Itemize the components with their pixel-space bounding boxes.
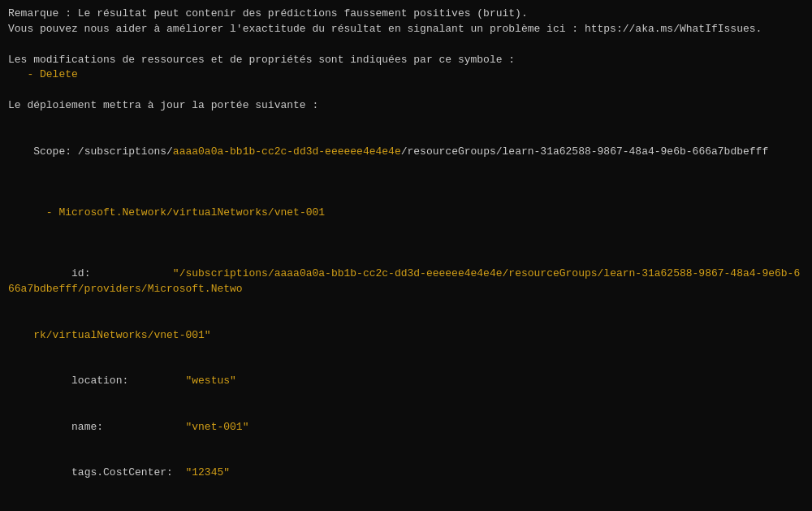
vnet-id-value2: rk/virtualNetworks/vnet-001" xyxy=(33,329,210,341)
vnet-location-key: location: xyxy=(33,375,185,387)
remark-line2: Vous pouvez nous aider à améliorer l'exa… xyxy=(8,22,804,37)
changes-notice: Les modifications de ressources et de pr… xyxy=(8,53,804,68)
vnet-tags-costcenter: tags.CostCenter: "12345" xyxy=(8,450,804,496)
blank-4 xyxy=(8,175,804,190)
terminal-window: Remarque : Le résultat peut contenir des… xyxy=(0,0,812,511)
vnet-tags-cc-value: "12345" xyxy=(185,466,230,479)
blank-2 xyxy=(8,83,804,98)
vnet-tags-owner: tags.Owner: "Team A" xyxy=(8,496,804,511)
delete-label: - Delete xyxy=(27,68,77,80)
deployment-scope-label: Le déploiement mettra à jour la portée s… xyxy=(8,98,804,114)
blank-5 xyxy=(8,236,804,252)
vnet-id-value1: "/subscriptions/aaaa0a0a-bb1b-cc2c-dd3d-… xyxy=(8,267,800,295)
vnet-location-value: "westus" xyxy=(185,375,235,387)
scope-id: aaaa0a0a-bb1b-cc2c-dd3d-eeeeee4e4e4e xyxy=(173,145,401,158)
scope-line: Scope: /subscriptions/aaaa0a0a-bb1b-cc2c… xyxy=(8,129,804,175)
vnet-id-key: id: xyxy=(33,267,90,279)
vnet-id-line2: rk/virtualNetworks/vnet-001" xyxy=(8,313,804,359)
vnet-resource-header: - Microsoft.Network/virtualNetworks/vnet… xyxy=(8,190,804,236)
scope-prefix: Scope: /subscriptions/ xyxy=(33,145,173,158)
vnet-location: location: "westus" xyxy=(8,358,804,405)
vnet-resource-label: - Microsoft.Network/virtualNetworks/vnet… xyxy=(46,206,325,219)
vnet-tags-cc-key: tags.CostCenter: xyxy=(33,466,185,479)
blank-3 xyxy=(8,114,804,129)
vnet-id-line1: id: "/subscriptions/aaaa0a0a-bb1b-cc2c-d… xyxy=(8,252,804,313)
remark-line1: Remarque : Le résultat peut contenir des… xyxy=(8,6,804,22)
vnet-name: name: "vnet-001" xyxy=(8,405,804,451)
vnet-name-key: name: xyxy=(33,421,185,433)
blank-1 xyxy=(8,37,804,53)
vnet-name-value: "vnet-001" xyxy=(185,421,248,433)
delete-indicator: - Delete xyxy=(8,67,804,83)
scope-suffix: /resourceGroups/learn-31a62588-9867-48a4… xyxy=(401,145,768,158)
